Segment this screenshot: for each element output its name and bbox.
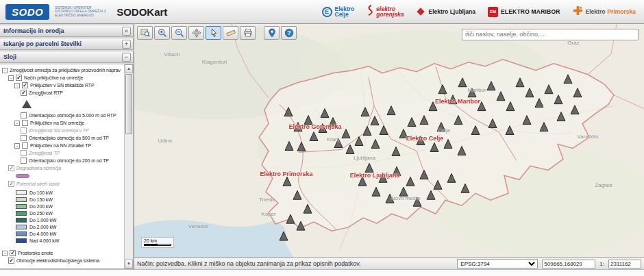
legend-swatch [16, 197, 27, 202]
map-toolbar: ? [137, 26, 297, 40]
coordinates-display[interactable] [542, 260, 595, 268]
layer-label: Zmogljivost TP [29, 151, 60, 155]
layer-tree: -Zmogljivost omrežja za priključitev pro… [0, 64, 124, 268]
layer-checkbox[interactable] [22, 142, 28, 149]
scale-bar: 20 km [141, 237, 174, 248]
legend-swatch [16, 231, 27, 236]
panel-title-parcel-search: Iskanje po parcelni številki [3, 40, 82, 47]
legend-swatch [16, 238, 27, 243]
layer-checkbox[interactable]: ✓ [8, 165, 14, 171]
scrollbar-thumb[interactable] [125, 74, 132, 134]
tree-expander-icon[interactable]: - [14, 83, 20, 88]
collapse-layers-button[interactable]: − [122, 53, 131, 62]
layer-checkbox[interactable]: ✓ [8, 181, 14, 187]
layer-label: Degradirana območja [16, 166, 61, 171]
scroll-up-button[interactable]: ▲ [125, 64, 133, 73]
identify-button[interactable] [206, 26, 221, 40]
expand-panel-button[interactable]: + [122, 40, 131, 49]
scroll-down-button[interactable]: ▼ [125, 260, 133, 268]
scale-value-input[interactable] [608, 260, 641, 268]
layer-row [2, 97, 124, 112]
search-input[interactable] [462, 29, 639, 40]
panel-header-info[interactable]: Informacije in orodja « [0, 25, 134, 37]
zoom-extent-button[interactable] [137, 26, 153, 40]
elektro-maribor-logo: EM ELEKTRO MARIBOR [488, 7, 560, 17]
sodo-tagline-line: ELEKTRIČNO ENERGIJO [55, 14, 108, 18]
layer-row: -✓Način priključitve na omrežje [2, 74, 124, 81]
layer-checkbox[interactable]: ✓ [10, 250, 16, 256]
layer-row: Orientacijsko območje do 500 m od TP [2, 134, 124, 142]
legend-row: Nad 4.000 kW [16, 237, 124, 244]
help-button[interactable]: ? [281, 26, 297, 40]
app-header: SODO SISTEMSKI OPERATER DISTRIBUCIJSKEGA… [0, 0, 644, 24]
print-button[interactable] [240, 26, 256, 40]
svg-text:?: ? [287, 29, 290, 36]
map-canvas[interactable]: Elektro GorenjskaElektro MariborElektro … [134, 24, 644, 258]
layer-row: Orientacijsko območje do 5.000 m od RTP [2, 112, 124, 119]
layer-checkbox[interactable] [21, 112, 27, 118]
layer-row: -Priključitev na NN zbiralke TP [2, 142, 124, 149]
tree-expander-icon[interactable]: - [14, 121, 20, 126]
marker-button[interactable] [264, 26, 280, 40]
layer-row: ✓Degradirana območja [2, 164, 124, 172]
epsg-select[interactable]: EPSG:3794 [457, 259, 538, 268]
legend-label: Do 100 kW [29, 190, 53, 195]
sidebar-scrollbar[interactable]: ▲ ▼ [124, 64, 133, 268]
elektro-ljubljana-logo: Elektro Ljubljana [416, 8, 475, 15]
layer-label: Zmogljivost SN omrežja v TP [29, 128, 89, 133]
tree-expander-icon[interactable]: - [2, 68, 8, 73]
layer-checkbox[interactable] [21, 135, 27, 141]
layer-checkbox[interactable]: ✓ [8, 258, 14, 264]
layer-row: Zmogljivost TP [2, 149, 124, 157]
elektro-gorenjska-logo: elektro gorenjska [367, 5, 404, 18]
layer-checkbox[interactable] [22, 120, 28, 126]
map-search [462, 27, 639, 40]
roof-potential-legend: Do 100 kWDo 150 kWDo 200 kWDo 250 kWDo 1… [2, 188, 124, 245]
layer-label: Orientacijsko območje do 500 m od TP [29, 136, 109, 140]
layer-label: Orientacijsko območje do 5.000 m od RTP [29, 113, 116, 118]
layer-row: ✓Območje elektrodistribucijskega sistema [2, 257, 124, 264]
pan-button[interactable] [188, 26, 204, 40]
elektro-primorska-label: Elektro [586, 8, 606, 15]
elektro-ljubljana-icon [417, 8, 425, 15]
layer-row: Zmogljivost SN omrežja v TP [2, 127, 124, 134]
layer-checkbox[interactable] [21, 158, 27, 164]
layer-row: -Priključitev na SN omrežje [2, 119, 124, 127]
layer-checkbox[interactable] [21, 150, 27, 156]
tree-expander-icon[interactable]: - [14, 143, 20, 149]
layer-checkbox[interactable]: ✓ [21, 90, 27, 96]
sidebar: Informacije in orodja « Iskanje po parce… [0, 24, 134, 269]
legend-row: Do 250 kW [16, 210, 124, 216]
layer-label: Priključitev v SN stikališče RTP [30, 83, 95, 88]
sodo-logo: SODO [5, 4, 49, 20]
legend-swatch [16, 190, 27, 195]
layer-checkbox[interactable]: ✓ [22, 82, 28, 88]
legend-label: Do 1.000 kW [29, 218, 56, 223]
tree-expander-icon[interactable]: - [8, 75, 14, 81]
layer-checkbox[interactable]: ✓ [16, 75, 22, 81]
layer-label: Potencial streh stavb [16, 181, 60, 186]
legend-row: Do 200 kW [16, 203, 124, 210]
elektro-celje-icon: E [322, 7, 332, 17]
layer-checkbox[interactable] [21, 127, 27, 134]
map-main: Elektro GorenjskaElektro MariborElektro … [134, 24, 644, 269]
legend-label: Do 2.000 kW [29, 225, 56, 229]
app-title: SODOKart [116, 6, 167, 18]
legend-swatch [16, 218, 27, 223]
panel-header-layers[interactable]: Sloji − [0, 51, 134, 63]
layer-label: Zmogljivost omrežja za priključitev proi… [10, 68, 121, 73]
elektro-celje-label: Celje [335, 12, 355, 18]
measure-button[interactable] [223, 26, 238, 40]
collapse-panel-button[interactable]: « [122, 27, 131, 36]
zoom-out-button[interactable] [171, 26, 187, 40]
zoom-in-button[interactable] [154, 26, 170, 40]
scale-prefix-label: 1: [599, 261, 604, 267]
panel-title-layers: Sloji [3, 53, 16, 60]
layer-label: Zmogljivost RTP [29, 90, 63, 95]
layer-label: Območje elektrodistribucijskega sistema [16, 258, 99, 263]
panel-header-parcel-search[interactable]: Iskanje po parcelni številki + [0, 38, 134, 50]
elektro-ljubljana-label: Elektro Ljubljana [428, 8, 475, 15]
tree-expander-icon[interactable]: - [2, 251, 8, 256]
map-base-layer [134, 24, 644, 258]
elektro-maribor-label: ELEKTRO MARIBOR [501, 8, 560, 15]
